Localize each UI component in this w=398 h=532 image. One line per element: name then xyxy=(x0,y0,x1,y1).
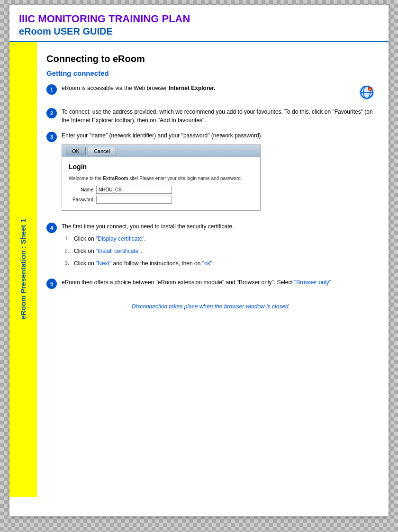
step-item-4: 4 The first time you connect, you need t… xyxy=(46,222,375,271)
next-link: "Next" xyxy=(96,260,111,267)
sub-step-3: 3. Click on "Next" and follow the instru… xyxy=(62,259,375,268)
name-form-row: Name xyxy=(69,186,253,194)
step-item-3: 3 Enter your "name" (network identifier)… xyxy=(46,131,375,216)
step-number-4: 4 xyxy=(46,223,57,233)
sub-step-text-2: Click on "Install certificate". xyxy=(74,247,142,255)
dialog-ok-button[interactable]: OK xyxy=(66,147,86,155)
page-wrapper: IIIC MONITORING TRAINING PLAN eRoom USER… xyxy=(9,5,389,516)
password-label: Password xyxy=(69,196,93,203)
header-title-line2: eRoom USER GUIDE xyxy=(19,26,379,37)
step-item-1: 1 eRoom is accessible via the Web browse… xyxy=(46,84,375,101)
sub-step-1: 1. Click on "Display certificate". xyxy=(62,234,375,243)
sub-step-num-2: 2. xyxy=(62,247,69,255)
step-content-2: To connect, use the address provided, wh… xyxy=(62,108,375,125)
login-dialog-toolbar: OK Cancel xyxy=(62,145,260,157)
sub-step-text-3: Click on "Next" and follow the instructi… xyxy=(74,259,214,268)
step-number-1: 1 xyxy=(46,84,57,95)
sidebar-label: eRoom Presentation : Sheet 1 xyxy=(18,219,28,320)
sub-step-text-1: Click on "Display certificate". xyxy=(74,234,146,243)
name-label: Name xyxy=(69,186,93,193)
step-number-2: 2 xyxy=(46,108,57,118)
step-number-3: 3 xyxy=(46,132,57,142)
step-content-4: The first time you connect, you need to … xyxy=(62,222,375,271)
footer-note: Disconnection takes place when the brows… xyxy=(46,298,375,310)
ok-link: "ok" xyxy=(202,260,212,267)
sub-step-2: 2. Click on "Install certificate". xyxy=(62,247,375,255)
password-form-row: Password xyxy=(69,196,253,204)
sub-step-num-1: 1. xyxy=(62,234,69,243)
step1-text: eRoom is accessible via the Web browser … xyxy=(62,84,216,92)
ie-icon: e xyxy=(358,84,375,101)
name-input[interactable] xyxy=(96,186,172,194)
step-number-5: 5 xyxy=(46,279,57,289)
header-title-line1: IIIC MONITORING TRAINING PLAN xyxy=(19,12,379,26)
login-dialog-body: Login Welcome to the ExtraRoom site! Ple… xyxy=(62,157,260,210)
steps-list: 1 eRoom is accessible via the Web browse… xyxy=(46,84,375,289)
login-dialog: OK Cancel Login Welcome to the ExtraRoom… xyxy=(62,144,261,211)
section-title: Connecting to eRoom xyxy=(46,54,375,64)
login-dialog-welcome: Welcome to the ExtraRoom site! Please en… xyxy=(69,175,253,182)
main-content: Connecting to eRoom Getting connected 1 … xyxy=(37,42,389,497)
password-input[interactable] xyxy=(96,196,172,204)
step-item-5: 5 eRoom then offers a choice between "eR… xyxy=(46,278,375,289)
content-area: eRoom Presentation : Sheet 1 Connecting … xyxy=(9,42,389,497)
sub-step-num-3: 3. xyxy=(62,259,69,267)
display-cert-link: "Display certificate" xyxy=(96,235,145,242)
step-content-5: eRoom then offers a choice between "eRoo… xyxy=(62,278,375,287)
step-item-2: 2 To connect, use the address provided, … xyxy=(46,108,375,125)
browser-only-link: "Browser only" xyxy=(294,279,331,286)
svg-text:e: e xyxy=(369,88,371,91)
dialog-cancel-button[interactable]: Cancel xyxy=(88,147,116,155)
sub-steps-list: 1. Click on "Display certificate". 2. Cl… xyxy=(62,234,375,268)
extraroom-brand: ExtraRoom xyxy=(103,176,128,181)
step-content-3: Enter your "name" (network identifier) a… xyxy=(62,131,375,216)
login-dialog-title: Login xyxy=(69,162,253,172)
header: IIIC MONITORING TRAINING PLAN eRoom USER… xyxy=(9,5,389,42)
sidebar: eRoom Presentation : Sheet 1 xyxy=(9,42,37,497)
subsection-title: Getting connected xyxy=(46,69,375,77)
step-content-1: eRoom is accessible via the Web browser … xyxy=(62,84,375,101)
install-cert-link: "Install certificate" xyxy=(96,248,141,254)
